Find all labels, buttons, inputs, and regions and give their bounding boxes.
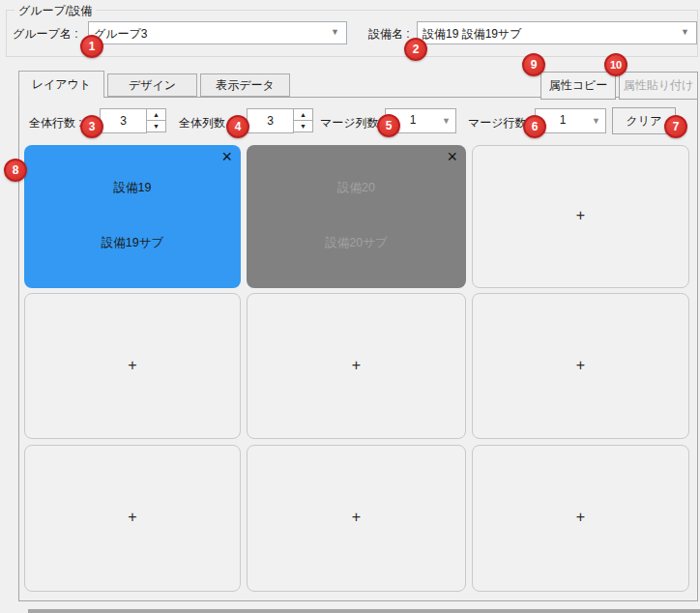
annotation-badge: 5	[377, 114, 400, 137]
grid-cell-empty[interactable]: +	[472, 445, 689, 592]
tab-layout[interactable]: レイアウト	[18, 71, 104, 98]
total-cols-label: 全体列数 :	[179, 115, 232, 131]
grid-cell-device19[interactable]: × 設備19 設備19サブ	[24, 145, 241, 288]
add-icon[interactable]: +	[25, 509, 240, 526]
close-icon[interactable]: ×	[447, 147, 457, 166]
attribute-copy-button[interactable]: 属性コピー	[540, 72, 616, 100]
bottom-scroll-strip	[28, 609, 700, 613]
annotation-badge: 10	[604, 53, 627, 76]
cell-device-title: 設備19	[24, 180, 241, 196]
attribute-paste-button: 属性貼り付け	[619, 72, 698, 100]
chevron-down-icon[interactable]: ▼	[331, 27, 339, 37]
group-device-groupbox: グループ/設備 グループ名 : グループ3 ▼ 設備名 : 設備19 設備19サ…	[6, 10, 698, 57]
chevron-down-icon[interactable]: ▼	[592, 116, 600, 126]
grid-cell-empty[interactable]: +	[472, 145, 689, 288]
annotation-badge: 9	[522, 53, 545, 76]
group-name-label: グループ名 :	[13, 26, 78, 43]
add-icon[interactable]: +	[248, 357, 465, 374]
annotation-badge: 3	[80, 115, 103, 138]
total-rows-input[interactable]: 3	[100, 108, 147, 133]
total-rows-label: 全体行数 :	[29, 115, 82, 131]
total-cols-spinner[interactable]: ▲ ▼	[293, 108, 313, 133]
device-name-combobox[interactable]: 設備19 設備19サブ ▼	[417, 21, 697, 44]
group-name-combobox[interactable]: グループ3 ▼	[88, 21, 347, 44]
add-icon[interactable]: +	[248, 509, 465, 526]
device-name-value: 設備19 設備19サブ	[423, 26, 522, 43]
grid-cell-empty[interactable]: +	[472, 293, 689, 439]
close-icon[interactable]: ×	[221, 147, 232, 166]
annotation-badge: 2	[404, 38, 427, 61]
grid-cell-empty[interactable]: +	[24, 293, 241, 439]
annotation-badge: 6	[523, 115, 546, 138]
annotation-badge: 7	[664, 115, 687, 138]
cell-device-title: 設備20	[247, 180, 466, 196]
annotation-badge: 1	[80, 35, 103, 58]
spin-down-icon[interactable]: ▼	[293, 120, 313, 132]
device-name-label: 設備名 :	[368, 26, 410, 43]
merge-cols-label: マージ列数 :	[320, 115, 385, 131]
cell-device-subtitle: 設備20サブ	[247, 235, 466, 251]
add-icon[interactable]: +	[473, 357, 688, 374]
tab-display-data[interactable]: 表示データ	[200, 73, 290, 97]
spin-down-icon[interactable]: ▼	[146, 120, 166, 132]
add-icon[interactable]: +	[473, 207, 688, 224]
chevron-down-icon[interactable]: ▼	[442, 116, 451, 126]
tab-design[interactable]: デザイン	[107, 73, 197, 97]
app-window: グループ/設備 グループ名 : グループ3 ▼ 設備名 : 設備19 設備19サ…	[0, 0, 700, 613]
grid-cell-empty[interactable]: +	[247, 293, 466, 439]
total-rows-spinner[interactable]: ▲ ▼	[146, 108, 166, 133]
grid-cell-device20[interactable]: × 設備20 設備20サブ	[247, 145, 466, 288]
total-cols-input[interactable]: 3	[247, 108, 294, 133]
add-icon[interactable]: +	[473, 509, 688, 526]
cell-device-subtitle: 設備19サブ	[24, 235, 241, 251]
chevron-down-icon[interactable]: ▼	[681, 27, 689, 37]
annotation-badge: 8	[4, 159, 27, 182]
annotation-badge: 4	[226, 115, 249, 138]
grid-cell-empty[interactable]: +	[247, 445, 466, 592]
grid-cell-empty[interactable]: +	[24, 445, 241, 592]
add-icon[interactable]: +	[25, 357, 240, 374]
groupbox-title: グループ/設備	[15, 3, 96, 19]
